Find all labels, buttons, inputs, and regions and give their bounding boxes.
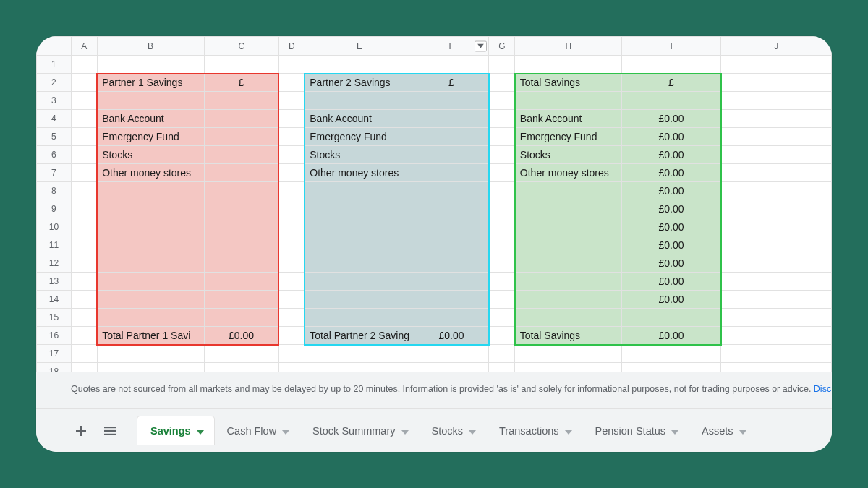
cell[interactable]	[721, 92, 832, 110]
cell[interactable]	[721, 309, 832, 327]
cell[interactable]	[305, 200, 414, 218]
cell[interactable]	[489, 291, 515, 309]
cell[interactable]	[721, 164, 832, 182]
cell[interactable]	[278, 128, 305, 146]
row-header[interactable]: 14	[37, 291, 72, 309]
cell[interactable]	[721, 254, 832, 273]
cell[interactable]	[515, 236, 622, 254]
row-header[interactable]: 8	[37, 182, 72, 200]
select-all-corner[interactable]	[37, 37, 72, 56]
cell[interactable]	[97, 309, 204, 327]
cell[interactable]	[278, 291, 305, 309]
cell[interactable]	[97, 92, 204, 110]
cell[interactable]	[489, 327, 515, 345]
cell[interactable]	[489, 182, 515, 200]
cell[interactable]	[515, 92, 622, 110]
cell[interactable]	[71, 236, 97, 254]
cell[interactable]	[622, 345, 721, 363]
cell[interactable]: £0.00	[622, 327, 721, 345]
cell[interactable]	[71, 309, 97, 327]
cell[interactable]: £0.00	[622, 200, 721, 218]
cell[interactable]	[721, 56, 832, 74]
cell[interactable]	[204, 309, 278, 327]
sheet-grid[interactable]: A B C D E F G H I J	[36, 36, 832, 372]
cell[interactable]	[414, 273, 489, 291]
cell[interactable]	[278, 273, 305, 291]
row-header[interactable]: 12	[37, 254, 72, 273]
cell[interactable]	[414, 92, 489, 110]
cell[interactable]	[622, 309, 721, 327]
cell[interactable]: £	[204, 74, 278, 92]
cell[interactable]	[204, 218, 278, 236]
cell[interactable]: Stocks	[97, 146, 204, 164]
cell[interactable]: £0.00	[622, 291, 721, 309]
cell[interactable]	[97, 200, 204, 218]
col-header-D[interactable]: D	[278, 37, 305, 56]
cell[interactable]	[721, 273, 832, 291]
cell[interactable]	[204, 146, 278, 164]
disclaimer-link[interactable]: Disclaim	[814, 384, 832, 394]
cell[interactable]: Bank Account	[515, 110, 622, 128]
cell[interactable]	[414, 309, 489, 327]
cell[interactable]: £0.00	[204, 327, 278, 345]
filter-dropdown-icon[interactable]	[475, 40, 487, 51]
cell[interactable]	[305, 363, 414, 373]
cell[interactable]: £0.00	[622, 164, 721, 182]
cell[interactable]	[515, 200, 622, 218]
cell[interactable]: Stocks	[305, 146, 414, 164]
cell[interactable]	[622, 363, 721, 373]
cell[interactable]	[71, 200, 97, 218]
row-header[interactable]: 4	[37, 110, 72, 128]
cell[interactable]	[489, 164, 515, 182]
cell[interactable]	[97, 363, 204, 373]
cell[interactable]	[414, 218, 489, 236]
cell[interactable]	[515, 218, 622, 236]
row-header[interactable]: 9	[37, 200, 72, 218]
row-header[interactable]: 6	[37, 146, 72, 164]
cell[interactable]	[489, 254, 515, 273]
cell[interactable]	[305, 291, 414, 309]
cell[interactable]	[414, 146, 489, 164]
cell[interactable]	[71, 74, 97, 92]
cell[interactable]	[721, 110, 832, 128]
cell[interactable]	[414, 236, 489, 254]
cell[interactable]	[97, 182, 204, 200]
cell[interactable]	[414, 128, 489, 146]
sheet-tab-transactions[interactable]: Transactions	[486, 416, 582, 445]
sheet-tab-assets[interactable]: Assets	[689, 416, 757, 445]
cell[interactable]	[489, 146, 515, 164]
cell[interactable]	[278, 345, 305, 363]
row-header[interactable]: 16	[37, 327, 72, 345]
cell[interactable]	[278, 309, 305, 327]
cell[interactable]	[721, 291, 832, 309]
cell[interactable]	[414, 345, 489, 363]
sheet-tab-stock-summary[interactable]: Stock Summmary	[299, 416, 418, 445]
cell[interactable]	[489, 345, 515, 363]
cell[interactable]	[278, 236, 305, 254]
cell[interactable]	[71, 164, 97, 182]
row-header[interactable]: 10	[37, 218, 72, 236]
cell[interactable]: Other money stores	[515, 164, 622, 182]
cell[interactable]	[721, 182, 832, 200]
cell[interactable]	[97, 236, 204, 254]
cell[interactable]	[622, 92, 721, 110]
cell[interactable]	[204, 363, 278, 373]
row-header[interactable]: 18	[37, 363, 72, 373]
cell[interactable]: £0.00	[622, 110, 721, 128]
row-header[interactable]: 3	[37, 92, 72, 110]
cell[interactable]	[489, 309, 515, 327]
cell[interactable]: Total Partner 1 Savi	[97, 327, 204, 345]
cell[interactable]	[204, 254, 278, 273]
cell[interactable]	[721, 327, 832, 345]
cell[interactable]: Total Savings	[515, 74, 622, 92]
cell[interactable]	[71, 291, 97, 309]
cell[interactable]	[204, 291, 278, 309]
cell[interactable]	[721, 363, 832, 373]
cell[interactable]	[414, 363, 489, 373]
cell[interactable]	[489, 56, 515, 74]
cell[interactable]	[204, 92, 278, 110]
cell[interactable]	[204, 182, 278, 200]
cell[interactable]	[204, 273, 278, 291]
cell[interactable]	[204, 200, 278, 218]
cell[interactable]: Total Partner 2 Saving	[305, 327, 414, 345]
